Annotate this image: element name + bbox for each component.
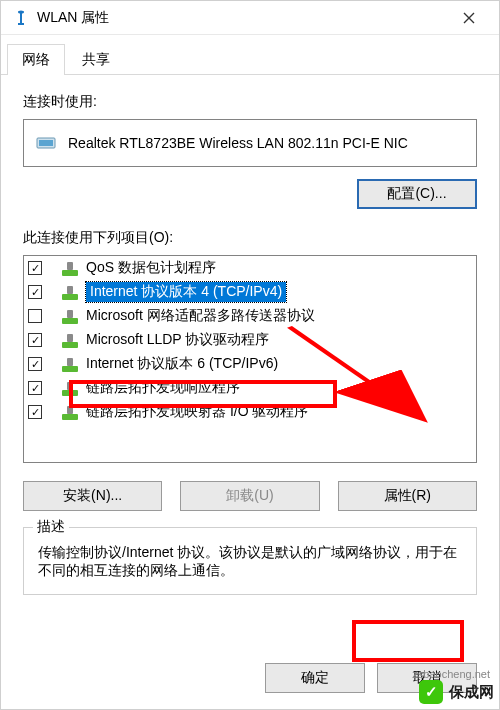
checkbox[interactable] xyxy=(28,309,42,323)
checkbox[interactable]: ✓ xyxy=(28,405,42,419)
close-button[interactable] xyxy=(447,4,491,32)
description-group: 描述 传输控制协议/Internet 协议。该协议是默认的广域网络协议，用于在不… xyxy=(23,527,477,595)
svg-rect-0 xyxy=(20,12,22,24)
titlebar: WLAN 属性 xyxy=(1,1,499,35)
checkbox[interactable]: ✓ xyxy=(28,261,42,275)
watermark-url: zsbaocheng.net xyxy=(412,668,490,680)
svg-rect-2 xyxy=(18,23,24,25)
title-text: WLAN 属性 xyxy=(37,9,447,27)
list-item[interactable]: ✓链路层拓扑发现响应程序 xyxy=(28,376,476,400)
wlan-icon xyxy=(13,10,29,26)
uninstall-button[interactable]: 卸载(U) xyxy=(180,481,319,511)
install-button[interactable]: 安装(N)... xyxy=(23,481,162,511)
configure-button[interactable]: 配置(C)... xyxy=(357,179,477,209)
watermark-check-icon: ✓ xyxy=(419,680,443,704)
net-component-icon xyxy=(60,284,80,300)
connect-using-label: 连接时使用: xyxy=(23,93,477,111)
checkbox[interactable]: ✓ xyxy=(28,357,42,371)
list-item[interactable]: ✓链路层拓扑发现映射器 I/O 驱动程序 xyxy=(28,400,476,424)
wlan-properties-dialog: WLAN 属性 网络 共享 连接时使用: Realtek RTL8723BE W… xyxy=(0,0,500,710)
description-text: 传输控制协议/Internet 协议。该协议是默认的广域网络协议，用于在不同的相… xyxy=(23,527,477,595)
list-item-label: Microsoft LLDP 协议驱动程序 xyxy=(86,331,269,349)
svg-point-1 xyxy=(18,10,24,13)
items-label: 此连接使用下列项目(O): xyxy=(23,229,477,247)
tab-row: 网络 共享 xyxy=(1,35,499,75)
watermark-brand: 保成网 xyxy=(449,683,494,702)
items-listbox[interactable]: ✓QoS 数据包计划程序✓Internet 协议版本 4 (TCP/IPv4)M… xyxy=(23,255,477,463)
checkbox[interactable]: ✓ xyxy=(28,333,42,347)
net-component-icon xyxy=(60,308,80,324)
adapter-name: Realtek RTL8723BE Wireless LAN 802.11n P… xyxy=(68,135,408,151)
list-item-label: Microsoft 网络适配器多路传送器协议 xyxy=(86,307,315,325)
ok-button[interactable]: 确定 xyxy=(265,663,365,693)
adapter-icon xyxy=(36,134,56,152)
net-component-icon xyxy=(60,356,80,372)
checkbox[interactable]: ✓ xyxy=(28,381,42,395)
item-buttons-row: 安装(N)... 卸载(U) 属性(R) xyxy=(23,481,477,511)
adapter-box[interactable]: Realtek RTL8723BE Wireless LAN 802.11n P… xyxy=(23,119,477,167)
watermark: ✓ 保成网 xyxy=(419,680,494,704)
description-legend: 描述 xyxy=(33,518,69,536)
net-component-icon xyxy=(60,260,80,276)
items-listbox-wrap: ✓QoS 数据包计划程序✓Internet 协议版本 4 (TCP/IPv4)M… xyxy=(23,255,477,463)
tab-share[interactable]: 共享 xyxy=(67,44,125,75)
tab-body: 连接时使用: Realtek RTL8723BE Wireless LAN 80… xyxy=(1,75,499,651)
list-item-label: QoS 数据包计划程序 xyxy=(86,259,216,277)
svg-rect-4 xyxy=(39,140,53,146)
list-item-label: Internet 协议版本 6 (TCP/IPv6) xyxy=(86,355,278,373)
list-item[interactable]: ✓QoS 数据包计划程序 xyxy=(28,256,476,280)
net-component-icon xyxy=(60,404,80,420)
list-item[interactable]: ✓Microsoft LLDP 协议驱动程序 xyxy=(28,328,476,352)
horizontal-scrollbar[interactable]: ◂ ▸ xyxy=(24,462,476,463)
list-item-label: 链路层拓扑发现映射器 I/O 驱动程序 xyxy=(86,403,308,421)
list-item[interactable]: Microsoft 网络适配器多路传送器协议 xyxy=(28,304,476,328)
list-item-label: Internet 协议版本 4 (TCP/IPv4) xyxy=(86,282,286,302)
checkbox[interactable]: ✓ xyxy=(28,285,42,299)
list-item[interactable]: ✓Internet 协议版本 4 (TCP/IPv4) xyxy=(28,280,476,304)
tab-network[interactable]: 网络 xyxy=(7,44,65,75)
net-component-icon xyxy=(60,332,80,348)
net-component-icon xyxy=(60,380,80,396)
list-item-label: 链路层拓扑发现响应程序 xyxy=(86,379,240,397)
properties-button[interactable]: 属性(R) xyxy=(338,481,477,511)
list-item[interactable]: ✓Internet 协议版本 6 (TCP/IPv6) xyxy=(28,352,476,376)
